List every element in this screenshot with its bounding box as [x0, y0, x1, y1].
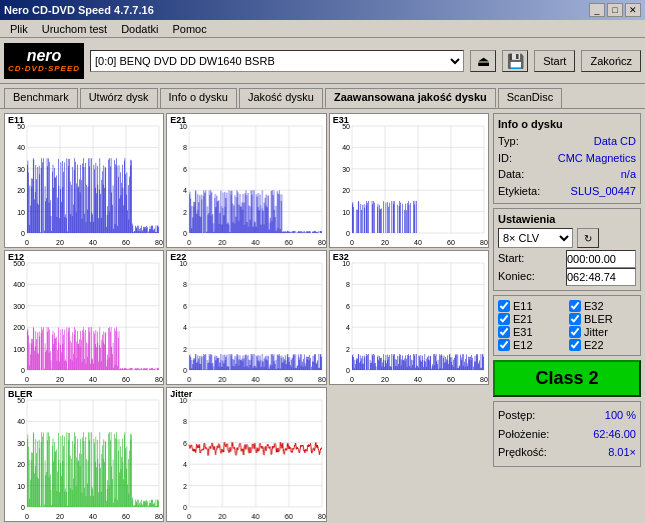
chart-e12-canvas [5, 251, 163, 384]
chart-jitter-canvas [167, 388, 325, 521]
chart-bler: BLER [4, 387, 164, 522]
progress-value: 100 % [605, 406, 636, 425]
cb-e22[interactable] [569, 339, 581, 351]
eject-icon-button[interactable]: ⏏ [470, 50, 496, 72]
cb-e11[interactable] [498, 300, 510, 312]
cb-bler[interactable] [569, 313, 581, 325]
start-button[interactable]: Start [534, 50, 575, 72]
chart-e12: E12 [4, 250, 164, 385]
settings-title: Ustawienia [498, 213, 636, 225]
drive-select[interactable]: [0:0] BENQ DVD DD DW1640 BSRB [90, 50, 464, 72]
tab-benchmark[interactable]: Benchmark [4, 88, 78, 108]
chart-e22-label: E22 [170, 252, 186, 262]
end-time-row: Koniec: [498, 268, 636, 286]
window-title: Nero CD-DVD Speed 4.7.7.16 [4, 4, 154, 16]
cb-bler-label: BLER [584, 313, 613, 325]
end-time-input[interactable] [566, 268, 636, 286]
speed-label: Prędkość: [498, 443, 547, 462]
position-value: 62:46.00 [593, 425, 636, 444]
start-time-row: Start: [498, 250, 636, 268]
progress-box: Postęp: 100 % Położenie: 62:46.00 Prędko… [493, 401, 641, 467]
chart-e21: E21 [166, 113, 326, 248]
cb-e32-label: E32 [584, 300, 604, 312]
cb-jitter[interactable] [569, 326, 581, 338]
cb-e12-label: E12 [513, 339, 533, 351]
chart-e31: E31 [329, 113, 489, 248]
chart-e32-label: E32 [333, 252, 349, 262]
chart-e11: E11 [4, 113, 164, 248]
cb-jitter-row: Jitter [569, 326, 636, 338]
nero-logo: nero CD·DVD·SPEED [4, 43, 84, 79]
tab-disc-quality[interactable]: Jakość dysku [239, 88, 323, 108]
title-bar: Nero CD-DVD Speed 4.7.7.16 _ □ ✕ [0, 0, 645, 20]
cb-e22-row: E22 [569, 339, 636, 351]
settings-box: Ustawienia 8× CLV ↻ Start: Koniec: [493, 208, 641, 291]
settings-speed-row: 8× CLV ↻ [498, 228, 636, 248]
progress-label: Postęp: [498, 406, 535, 425]
end-label: Koniec: [498, 268, 535, 286]
info-row-label: Etykieta: SLUS_00447 [498, 183, 636, 200]
maximize-button[interactable]: □ [607, 3, 623, 17]
chart-e31-canvas [330, 114, 488, 247]
chart-jitter: Jitter [166, 387, 326, 522]
cb-e21-row: E21 [498, 313, 565, 325]
settings-refresh-button[interactable]: ↻ [577, 228, 599, 248]
start-time-input[interactable] [566, 250, 636, 268]
chart-e22: E22 [166, 250, 326, 385]
menu-bar: Plik Uruchom test Dodatki Pomoc [0, 20, 645, 38]
tab-disc-info[interactable]: Info o dysku [160, 88, 237, 108]
cb-e22-label: E22 [584, 339, 604, 351]
speed-select[interactable]: 8× CLV [498, 228, 573, 248]
menu-extras[interactable]: Dodatki [115, 23, 164, 35]
class-button[interactable]: Class 2 [493, 360, 641, 397]
speed-value: 8.01× [608, 443, 636, 462]
cb-e31-label: E31 [513, 326, 533, 338]
progress-percent-row: Postęp: 100 % [498, 406, 636, 425]
cb-e12[interactable] [498, 339, 510, 351]
menu-run-test[interactable]: Uruchom test [36, 23, 113, 35]
cb-e21[interactable] [498, 313, 510, 325]
main-content: E11 E21 E31 E12 E22 E32 BLER [0, 109, 645, 523]
tab-scandisc[interactable]: ScanDisc [498, 88, 562, 108]
info-box-title: Info o dysku [498, 118, 636, 130]
chart-e21-label: E21 [170, 115, 186, 125]
save-icon-button[interactable]: 💾 [502, 50, 528, 72]
info-row-type: Typ: Data CD [498, 133, 636, 150]
chart-e31-label: E31 [333, 115, 349, 125]
minimize-button[interactable]: _ [589, 3, 605, 17]
chart-e21-canvas [167, 114, 325, 247]
cb-e11-row: E11 [498, 300, 565, 312]
chart-e12-label: E12 [8, 252, 24, 262]
start-label: Start: [498, 250, 524, 268]
cb-bler-row: BLER [569, 313, 636, 325]
menu-help[interactable]: Pomoc [166, 23, 212, 35]
tab-create-disc[interactable]: Utwórz dysk [80, 88, 158, 108]
window-controls[interactable]: _ □ ✕ [589, 3, 641, 17]
header-area: nero CD·DVD·SPEED [0:0] BENQ DVD DD DW16… [0, 38, 645, 84]
chart-e11-label: E11 [8, 115, 24, 125]
chart-bler-canvas [5, 388, 163, 521]
tabs: Benchmark Utwórz dysk Info o dysku Jakoś… [0, 84, 645, 109]
info-row-date: Data: n/a [498, 166, 636, 183]
chart-empty [329, 387, 489, 522]
right-panel: Info o dysku Typ: Data CD ID: CMC Magnet… [493, 113, 641, 522]
info-box: Info o dysku Typ: Data CD ID: CMC Magnet… [493, 113, 641, 204]
menu-file[interactable]: Plik [4, 23, 34, 35]
cb-e31[interactable] [498, 326, 510, 338]
chart-e11-canvas [5, 114, 163, 247]
chart-e32-canvas [330, 251, 488, 384]
progress-speed-row: Prędkość: 8.01× [498, 443, 636, 462]
tab-advanced-quality[interactable]: Zaawansowana jakość dysku [325, 88, 496, 108]
close-button[interactable]: ✕ [625, 3, 641, 17]
position-label: Położenie: [498, 425, 549, 444]
checkbox-area: E11 E32 E21 BLER E31 Jitter [493, 295, 641, 356]
charts-area: E11 E21 E31 E12 E22 E32 BLER [4, 113, 489, 522]
info-row-id: ID: CMC Magnetics [498, 150, 636, 167]
cb-e11-label: E11 [513, 300, 533, 312]
chart-e22-canvas [167, 251, 325, 384]
cb-e21-label: E21 [513, 313, 533, 325]
cb-e12-row: E12 [498, 339, 565, 351]
chart-bler-label: BLER [8, 389, 33, 399]
end-button[interactable]: Zakończ [581, 50, 641, 72]
cb-e32[interactable] [569, 300, 581, 312]
